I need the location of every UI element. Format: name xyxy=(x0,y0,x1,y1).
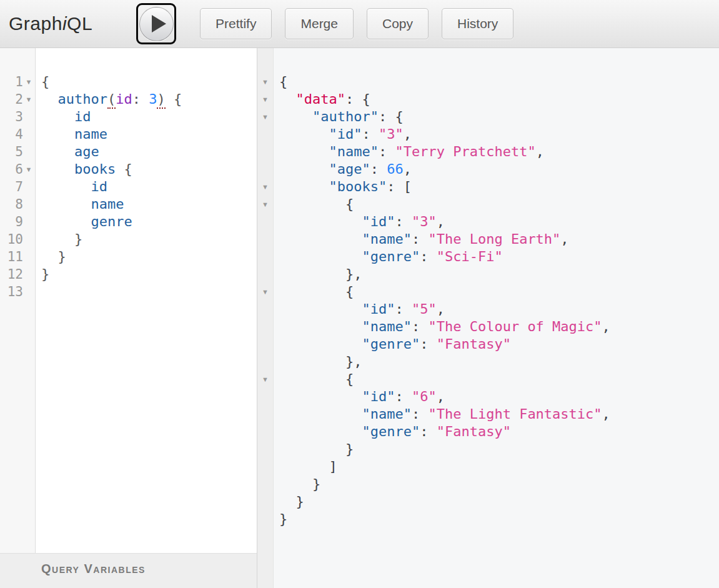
gutter-row xyxy=(257,511,273,528)
fold-open-icon[interactable]: ▼ xyxy=(262,371,269,388)
code-token: "id" xyxy=(362,301,395,317)
code-line: "name": "The Colour of Magic", xyxy=(279,318,719,336)
toolbar: PrettifyMergeCopyHistory xyxy=(200,8,513,39)
code-line: ] xyxy=(279,458,719,476)
code-token xyxy=(279,144,329,159)
toolbar-button-copy[interactable]: Copy xyxy=(367,8,429,39)
code-token: { xyxy=(345,284,354,299)
code-token xyxy=(41,214,91,229)
code-token xyxy=(279,319,362,334)
code-token xyxy=(404,389,412,404)
fold-open-icon[interactable]: ▼ xyxy=(262,196,269,213)
code-token: , xyxy=(437,301,445,317)
code-line: "genre": "Sci-Fi" xyxy=(279,248,719,266)
fold-open-icon[interactable]: ▼ xyxy=(262,91,269,108)
code-token xyxy=(41,91,58,107)
gutter-row: ▼ xyxy=(257,283,273,301)
code-token: "genre" xyxy=(362,336,420,352)
query-code-area[interactable]: { author(id: 3) { id name age books { id… xyxy=(36,48,257,553)
code-token: "Fantasy" xyxy=(437,424,511,439)
code-line: { xyxy=(279,283,719,301)
code-line: { xyxy=(279,196,719,213)
code-line: "data": { xyxy=(279,91,719,108)
line-number: 12 xyxy=(0,266,23,283)
code-token: }, xyxy=(345,266,362,282)
toolbar-button-prettify[interactable]: Prettify xyxy=(200,8,272,39)
gutter-row xyxy=(257,248,273,266)
code-token: , xyxy=(404,126,412,142)
fold-open-icon[interactable]: ▼ xyxy=(262,73,269,91)
fold-open-icon[interactable]: ▼ xyxy=(262,283,269,301)
code-token xyxy=(279,266,345,282)
gutter-row: 1▼ xyxy=(0,73,35,91)
code-line: name xyxy=(41,126,257,143)
code-token: , xyxy=(437,214,445,229)
result-fold-gutter[interactable]: ▼▼▼▼▼▼▼ xyxy=(257,48,274,588)
fold-cell: ▼ xyxy=(260,91,271,108)
fold-open-icon[interactable]: ▼ xyxy=(262,178,269,196)
gutter-row: 6▼ xyxy=(0,161,35,178)
code-token xyxy=(420,319,428,334)
code-token: books xyxy=(74,161,116,177)
gutter-row xyxy=(257,231,273,248)
line-number: 5 xyxy=(0,143,23,161)
code-line: name xyxy=(41,196,257,213)
code-token: : xyxy=(412,319,420,334)
code-line: "genre": "Fantasy" xyxy=(279,423,719,441)
code-token xyxy=(41,126,74,142)
code-token: "The Colour of Magic" xyxy=(428,319,602,334)
code-token: { xyxy=(362,91,370,107)
result-code-area: { "data": { "author": { "id": "3", "name… xyxy=(274,48,719,588)
fold-open-icon[interactable]: ▼ xyxy=(26,161,32,178)
execute-button-focus-ring xyxy=(136,3,176,44)
code-token: "id" xyxy=(329,126,362,142)
code-line: books { xyxy=(41,161,257,178)
code-token xyxy=(279,161,329,177)
code-token: "Sci-Fi" xyxy=(437,249,503,264)
code-token: "Fantasy" xyxy=(437,336,511,352)
code-token: { xyxy=(41,74,49,89)
code-token: : xyxy=(379,109,387,124)
code-token: 66 xyxy=(387,161,404,177)
logo-text-pre: Graph xyxy=(9,13,62,34)
line-number: 7 xyxy=(0,178,23,196)
code-token: "author" xyxy=(312,109,379,124)
code-token: : xyxy=(420,336,428,352)
code-token: } xyxy=(279,511,287,527)
code-token xyxy=(428,249,436,264)
code-token: } xyxy=(312,476,320,492)
code-token xyxy=(279,494,296,509)
toolbar-button-merge[interactable]: Merge xyxy=(285,8,354,39)
code-token xyxy=(379,161,387,177)
fold-open-icon[interactable]: ▼ xyxy=(26,73,32,91)
code-token xyxy=(279,354,345,369)
code-line: "id": "3", xyxy=(279,213,719,231)
code-token: , xyxy=(536,144,544,159)
line-number: 3 xyxy=(0,108,23,126)
toolbar-button-history[interactable]: History xyxy=(442,8,513,39)
fold-open-icon[interactable]: ▼ xyxy=(262,108,269,126)
code-token xyxy=(41,144,74,159)
code-token xyxy=(41,249,58,264)
query-variables-header[interactable]: Query Variables xyxy=(0,553,257,588)
fold-cell: ▼ xyxy=(23,91,34,108)
code-token xyxy=(41,161,74,177)
code-token xyxy=(279,109,312,124)
code-token xyxy=(428,336,436,352)
code-token xyxy=(279,424,362,439)
code-token xyxy=(279,196,345,212)
code-token: , xyxy=(404,161,412,177)
code-token xyxy=(279,476,312,492)
code-token xyxy=(141,91,149,107)
code-token: { xyxy=(345,196,354,212)
fold-open-icon[interactable]: ▼ xyxy=(26,91,32,108)
code-token: name xyxy=(91,196,124,212)
code-token: : xyxy=(362,126,370,142)
code-line: "id": "3", xyxy=(279,126,719,143)
code-line: { xyxy=(279,73,719,91)
gutter-row: ▼ xyxy=(257,196,273,213)
execute-button[interactable] xyxy=(139,7,174,41)
code-token: "id" xyxy=(362,214,395,229)
query-editor-pane[interactable]: 1▼2▼3456▼78910111213 { author(id: 3) { i… xyxy=(0,48,257,588)
gutter-row: ▼ xyxy=(257,178,273,196)
